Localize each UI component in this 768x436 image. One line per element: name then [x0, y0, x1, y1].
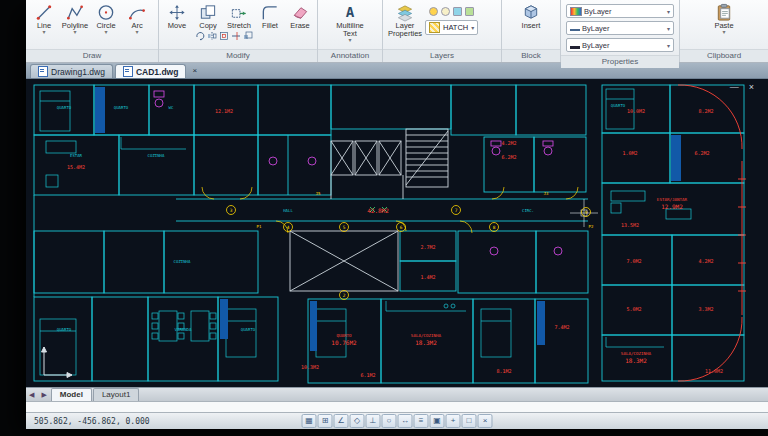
hatch-swatch-icon: [429, 22, 440, 33]
layer-plot-icon[interactable]: [465, 7, 474, 16]
rotate-icon[interactable]: [195, 31, 205, 41]
plan-label: 12.9M2: [661, 203, 683, 210]
plan-label: 5.0M2: [626, 306, 641, 312]
plan-label: 12.1M2: [215, 108, 233, 114]
drafting-toggle-icon[interactable]: ∠: [334, 414, 349, 428]
copy-icon: [198, 3, 218, 22]
plan-label: J5: [316, 191, 321, 196]
move-label: Move: [168, 22, 186, 30]
drafting-toggle-icon[interactable]: ▣: [430, 414, 445, 428]
lineweight-icon: [570, 42, 580, 49]
plan-label: 6.2M2: [501, 154, 516, 160]
plan-label: 11.0M2: [705, 368, 723, 374]
linetype-select[interactable]: ByLayer ▾: [566, 21, 674, 35]
plan-label: P2: [589, 224, 594, 229]
drafting-toggle-icon[interactable]: □: [462, 414, 477, 428]
circle-button[interactable]: Circle ▾: [91, 2, 121, 35]
layout-tab-bar: ◀ ▶ Model Layout1: [26, 387, 768, 401]
plan-label: J3: [544, 191, 549, 196]
layout-nav-next-icon[interactable]: ▶: [38, 391, 50, 399]
arc-caret: ▾: [135, 30, 138, 35]
polyline-caret: ▾: [73, 30, 76, 35]
layer-state-chips[interactable]: [427, 4, 476, 18]
coordinates-display: 505.862, -456.862, 0.000: [26, 417, 150, 426]
model-tab[interactable]: Model: [51, 388, 92, 401]
stretch-button[interactable]: Stretch: [224, 2, 254, 30]
drafting-toggle-icon[interactable]: ↔: [398, 414, 413, 428]
polyline-icon: [65, 3, 85, 22]
ribbon-group-layers: Layer Properties HATCH ▾ La: [383, 0, 502, 62]
drafting-toggle-icon[interactable]: ×: [478, 414, 493, 428]
ribbon: Line ▾ Polyline ▾ Circle: [26, 0, 768, 63]
ribbon-group-properties: ByLayer ▾ ByLayer ▾ ByLayer ▾ Properties: [561, 0, 680, 62]
linetype-caret: ▾: [667, 25, 670, 32]
polyline-button[interactable]: Polyline ▾: [60, 2, 90, 35]
plan-label: 6.2M2: [694, 150, 709, 156]
tab-drawing1-label: Drawing1.dwg: [51, 67, 105, 77]
mtext-icon: A: [340, 3, 360, 22]
layer-properties-button[interactable]: Layer Properties: [386, 2, 424, 38]
drafting-toggle-icon[interactable]: ▦: [302, 414, 317, 428]
drafting-toggle-icon[interactable]: ○: [382, 414, 397, 428]
floorplan-fixtures: [154, 91, 562, 255]
insert-label: Insert: [522, 22, 541, 30]
mirror-icon[interactable]: [207, 31, 217, 41]
viewport-minimize-control[interactable]: —: [730, 82, 743, 92]
erase-button[interactable]: Erase: [286, 2, 314, 30]
layout1-tab[interactable]: Layout1: [93, 388, 139, 401]
offset-icon[interactable]: [219, 31, 229, 41]
move-button[interactable]: Move: [162, 2, 192, 30]
trim-icon[interactable]: [231, 31, 241, 41]
floorplan-furniture: [40, 89, 691, 375]
arc-button[interactable]: Arc ▾: [122, 2, 152, 35]
tab-drawing1[interactable]: Drawing1.dwg: [30, 64, 113, 78]
command-line[interactable]: [26, 401, 768, 413]
viewport-close-control[interactable]: ×: [749, 82, 758, 92]
plan-label: 7.4M2: [554, 324, 569, 330]
stretch-icon: [229, 3, 249, 22]
ribbon-group-annotation: A Multiline Text ▾ Annotation: [318, 0, 383, 62]
layer-lock-icon[interactable]: [453, 7, 462, 16]
drafting-toggle-icon[interactable]: ⊞: [318, 414, 333, 428]
floorplan-svg: 34567892 42.8M24.2M26.2M22.7M21.4M210.0M…: [26, 79, 768, 387]
dwg-file-icon: [123, 66, 133, 77]
lineweight-select[interactable]: ByLayer ▾: [566, 38, 674, 52]
drafting-toggle-icon[interactable]: ⊥: [366, 414, 381, 428]
object-color-select[interactable]: ByLayer ▾: [566, 4, 674, 18]
tab-close-button[interactable]: ×: [188, 66, 201, 75]
modify-small-tools[interactable]: [195, 31, 253, 41]
drawing-canvas[interactable]: — ×: [26, 79, 768, 387]
tab-cad1[interactable]: CAD1.dwg: [115, 64, 187, 78]
plan-label: QUARTO: [114, 105, 129, 110]
plan-label: 18.3M2: [415, 339, 437, 346]
arc-icon: [127, 3, 147, 22]
drafting-toggle-icon[interactable]: ◇: [350, 414, 365, 428]
insert-button[interactable]: Insert: [516, 2, 546, 30]
layer-on-icon[interactable]: [429, 7, 438, 16]
plan-marker-number: 5: [343, 225, 346, 230]
plan-label: 1.4M2: [420, 274, 435, 280]
plan-label: 13.5M2: [621, 222, 639, 228]
circle-icon: [96, 3, 116, 22]
layer-select-caret: ▾: [471, 24, 474, 31]
plan-label: 10.0M2: [627, 108, 645, 114]
paste-button[interactable]: Paste ▾: [709, 2, 739, 35]
plan-label: 18.3M2: [625, 357, 647, 364]
plan-label: QUARTO: [241, 327, 256, 332]
layer-thaw-icon[interactable]: [441, 7, 450, 16]
plan-label: HALL: [283, 208, 293, 213]
fillet-button[interactable]: Fillet: [255, 2, 285, 30]
scale-icon[interactable]: [243, 31, 253, 41]
drafting-toggle-icon[interactable]: +: [446, 414, 461, 428]
multiline-text-button[interactable]: A Multiline Text ▾: [331, 2, 369, 43]
line-icon: [34, 3, 54, 22]
line-button[interactable]: Line ▾: [29, 2, 59, 35]
drafting-toggle-icon[interactable]: ≡: [414, 414, 429, 428]
layout-nav-prev-icon[interactable]: ◀: [26, 391, 38, 399]
status-bar: 505.862, -456.862, 0.000 ▦⊞∠◇⊥○↔≡▣+□×: [26, 413, 768, 429]
plan-label: 8.2M2: [698, 108, 713, 114]
lineweight-caret: ▾: [667, 42, 670, 49]
layer-select[interactable]: HATCH ▾: [425, 20, 478, 35]
copy-button[interactable]: Copy: [193, 2, 223, 30]
plan-marker-number: 7: [455, 208, 458, 213]
